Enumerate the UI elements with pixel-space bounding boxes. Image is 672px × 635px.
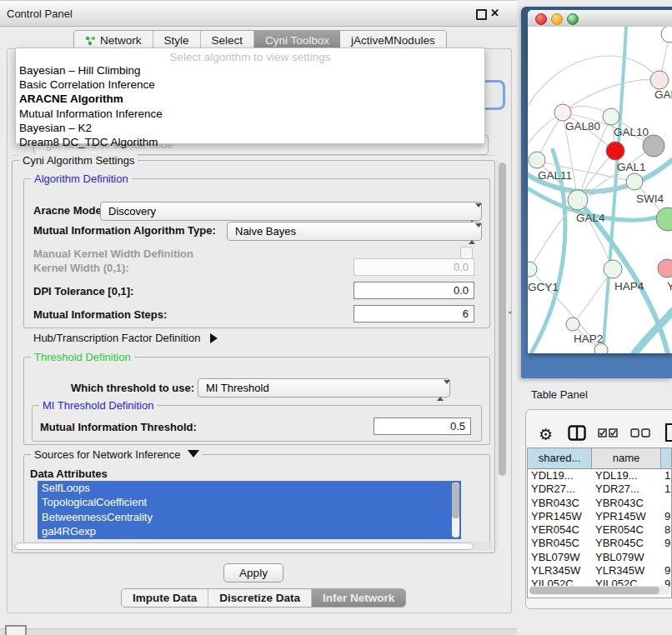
tab-label: Cyni Toolbox — [265, 34, 329, 47]
column-header-shared[interactable]: shared... — [528, 448, 592, 468]
tab-label: jActiveMNodules — [351, 34, 435, 47]
dpi-tolerance-field[interactable]: 0.0 — [354, 282, 474, 299]
tab-impute-data[interactable]: Impute Data — [122, 589, 208, 607]
network-node-swi4[interactable] — [626, 173, 643, 190]
algorithm-option-bayesian-hill-climbing[interactable]: Bayesian – Hill Climbing — [16, 63, 484, 78]
settings-vertical-scrollbar[interactable] — [497, 160, 507, 548]
hub-definition-toggle[interactable]: Hub/Transcription Factor Definition — [33, 332, 218, 344]
deselect-all-checkboxes-icon[interactable] — [630, 428, 650, 438]
tab-select[interactable]: Select — [201, 31, 255, 49]
float-window-icon[interactable] — [476, 9, 487, 20]
network-node-gcy1[interactable] — [528, 262, 537, 277]
network-node-hap4[interactable] — [604, 260, 622, 278]
sources-group-title[interactable]: Sources for Network Inference — [31, 448, 203, 461]
algorithm-option-basic-correlation-inference[interactable]: Basic Correlation Inference — [16, 78, 484, 92]
node-label-gal10: GAL10 — [614, 126, 649, 138]
table-row[interactable]: YBR043CYBR043C — [528, 497, 671, 510]
network-node-gal10[interactable] — [603, 108, 619, 125]
manual-kernel-label: Manual Kernel Width Definition — [33, 248, 193, 260]
tab-network[interactable]: Network — [74, 31, 153, 49]
network-node-gal80[interactable] — [554, 104, 571, 121]
stepper-arrows-icon — [469, 205, 475, 222]
dpi-tolerance-label: DPI Tolerance [0,1]: — [33, 285, 133, 298]
apply-button[interactable]: Apply — [223, 563, 283, 582]
which-threshold-combobox[interactable]: MI Threshold — [198, 378, 450, 398]
tab-style[interactable]: Style — [153, 31, 201, 49]
stepper-arrows-icon — [437, 382, 444, 399]
sources-title-text: Sources for Network Inference — [34, 448, 181, 461]
attribute-item-gal4rgexp[interactable]: gal4RGexp — [38, 524, 461, 538]
table-row[interactable]: YBR045CYBR045C9. — [528, 537, 671, 550]
close-window-icon[interactable] — [535, 13, 547, 25]
mi-threshold-field[interactable]: 0.5 — [374, 418, 471, 435]
node-label-gal4: GAL4 — [576, 212, 605, 224]
attribute-item-selfloops[interactable]: SelfLoops — [38, 481, 461, 495]
tab-infer-network[interactable]: Infer Network — [312, 589, 405, 607]
table-cell: YLR345W — [528, 564, 592, 578]
algorithm-dropdown-items: Bayesian – Hill ClimbingBasic Correlatio… — [16, 63, 484, 149]
table-row[interactable]: YLR345WYLR345W9. — [528, 564, 671, 578]
aracne-mode-value: Discovery — [108, 205, 156, 218]
table-row[interactable]: YDL19...YDL19...13 — [528, 469, 671, 482]
network-node-gal[interactable] — [650, 71, 669, 89]
panel-resize-handle[interactable]: ◂ — [508, 308, 514, 316]
mi-type-combobox[interactable]: Naive Bayes — [227, 222, 482, 241]
table-row[interactable]: YPR145WYPR145W9. — [528, 510, 671, 523]
settings-group-title: Cyni Algorithm Settings — [19, 154, 138, 167]
manual-kernel-checkbox[interactable] — [460, 247, 473, 259]
table-cell: YPR145W — [528, 510, 592, 523]
select-all-checkboxes-icon[interactable] — [598, 428, 618, 438]
algorithm-option-bayesian-k2[interactable]: Bayesian – K2 — [16, 121, 484, 135]
kernel-width-field: 0.0 — [354, 258, 474, 276]
node-attribute-table[interactable]: shared...nameA YDL19...YDL19...13YDR27..… — [527, 448, 672, 598]
network-node-gal11[interactable] — [529, 152, 545, 168]
gear-icon[interactable]: ⚙ — [539, 425, 553, 444]
control-panel-title: Control Panel — [7, 8, 73, 20]
aracne-mode-combobox[interactable]: Discovery — [100, 202, 482, 221]
collapsed-panel-icon[interactable] — [5, 625, 27, 635]
algorithm-option-dream8-dc-tdc-algorithm[interactable]: Dream8 DC_TDC Algorithm — [16, 135, 484, 149]
column-header-a[interactable]: A — [661, 448, 672, 468]
table-row[interactable]: YBL079WYBL079W — [528, 551, 671, 564]
algorithm-dropdown-prompt: Select algorithm to view settings — [16, 51, 484, 63]
tab-discretize-data[interactable]: Discretize Data — [208, 589, 312, 607]
scrollbar-thumb[interactable] — [15, 542, 474, 550]
close-panel-icon[interactable]: ✕ — [490, 7, 499, 19]
scrollbar-thumb[interactable] — [452, 483, 459, 518]
network-canvas[interactable]: GALGAL80GAL10GAL1GAL11SWI4GAL4GCY1HAP4YH… — [528, 27, 672, 353]
network-window-titlebar[interactable] — [528, 10, 672, 28]
network-node-gal1[interactable] — [606, 142, 624, 160]
scrollbar-thumb[interactable] — [499, 162, 506, 476]
scrollbar-thumb[interactable] — [529, 587, 659, 594]
settings-horizontal-scrollbar[interactable] — [13, 542, 494, 551]
column-header-name[interactable]: name — [592, 448, 661, 468]
table-cell: YDL19... — [592, 469, 661, 482]
tab-jactivemnodules[interactable]: jActiveMNodules — [340, 31, 446, 49]
attribute-item-topologicalcoefficient[interactable]: TopologicalCoefficient — [38, 495, 461, 509]
columns-icon[interactable] — [568, 425, 586, 441]
mi-steps-field[interactable]: 6 — [354, 305, 474, 322]
network-node-y[interactable] — [658, 259, 672, 278]
algorithm-option-mutual-information-inference[interactable]: Mutual Information Inference — [16, 107, 484, 121]
network-node-gal4[interactable] — [568, 190, 588, 210]
new-file-icon[interactable] — [664, 422, 672, 442]
table-row[interactable]: YDR27...YDR27...12 — [528, 482, 671, 496]
attributes-list-scrollbar[interactable] — [452, 482, 459, 538]
network-node-9[interactable] — [656, 208, 672, 231]
table-cell: YDL19... — [528, 469, 592, 482]
network-node-0[interactable] — [661, 27, 672, 42]
zoom-window-icon[interactable] — [567, 13, 579, 25]
minimize-window-icon[interactable] — [551, 13, 563, 25]
algorithm-option-aracne-algorithm[interactable]: ARACNE Algorithm — [16, 92, 484, 106]
table-cell: YBR043C — [592, 497, 661, 510]
table-row[interactable]: YER054CYER054C8. — [528, 523, 671, 537]
tab-cyni-toolbox[interactable]: Cyni Toolbox — [254, 31, 340, 49]
table-cell: YLR345W — [592, 564, 661, 578]
network-graph: GALGAL80GAL10GAL1GAL11SWI4GAL4GCY1HAP4YH… — [528, 27, 672, 353]
which-threshold-label: Which threshold to use: — [71, 382, 194, 394]
attribute-item-betweennesscentrality[interactable]: BetweennessCentrality — [38, 510, 461, 524]
node-label-hap4: HAP4 — [614, 280, 644, 292]
network-node-hap2[interactable] — [566, 318, 579, 331]
mi-type-label: Mutual Information Algorithm Type: — [33, 224, 216, 237]
table-horizontal-scrollbar[interactable] — [529, 586, 670, 595]
